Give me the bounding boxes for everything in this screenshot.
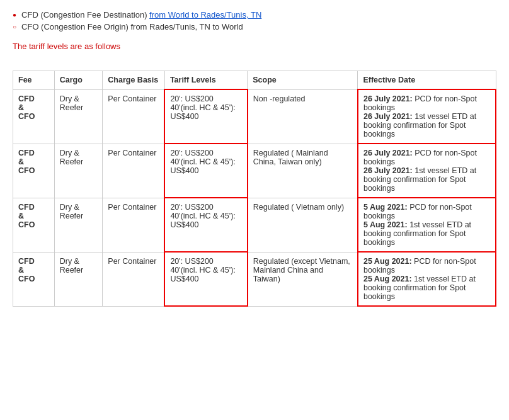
cell-fee: CFD&CFO (13, 252, 55, 306)
th-effective-date: Effective Date (358, 71, 496, 90)
cell-cargo: Dry & Reefer (54, 144, 103, 198)
cfo-text: CFO (Congestion Fee Origin) from Rades/T… (21, 22, 243, 31)
table-row: CFD&CFODry & ReeferPer Container20': US$… (13, 198, 496, 252)
table-header-row: Fee Cargo Charge Basis Tariff Levels Sco… (13, 71, 496, 90)
bullet-item-cfd: CFD (Congestion Fee Destination) from Wo… (13, 10, 496, 20)
cell-scope: Regulated ( Mainland China, Taiwan only) (248, 144, 358, 198)
cell-effective-date: 26 July 2021: PCD for non-Spot bookings2… (358, 144, 496, 198)
th-tariff-levels: Tariff Levels (164, 71, 247, 90)
cfd-link[interactable]: from World to Rades/Tunis, TN (149, 10, 261, 20)
table-row: CFD&CFODry & ReeferPer Container20': US$… (13, 144, 496, 198)
th-scope: Scope (248, 71, 358, 90)
cell-effective-date: 5 Aug 2021: PCD for non-Spot bookings5 A… (358, 198, 496, 252)
cell-tariff-levels: 20': US$20040'(incl. HC & 45'): US$400 (164, 252, 247, 306)
cell-scope: Regulated ( Vietnam only) (248, 198, 358, 252)
cell-fee: CFD&CFO (13, 198, 55, 252)
bullet-item-cfo: CFO (Congestion Fee Origin) from Rades/T… (13, 22, 496, 31)
cell-charge-basis: Per Container (103, 89, 165, 144)
cell-effective-date: 25 Aug 2021: PCD for non-Spot bookings25… (358, 252, 496, 306)
table-row: CFD&CFODry & ReeferPer Container20': US$… (13, 252, 496, 306)
cell-charge-basis: Per Container (103, 198, 165, 252)
cell-charge-basis: Per Container (103, 144, 165, 198)
cell-scope: Non -regulated (248, 89, 358, 144)
cell-charge-basis: Per Container (103, 252, 165, 306)
cell-fee: CFD&CFO (13, 89, 55, 144)
tariff-table: Fee Cargo Charge Basis Tariff Levels Sco… (13, 71, 496, 307)
th-charge-basis: Charge Basis (103, 71, 165, 90)
cell-tariff-levels: 20': US$20040'(incl. HC & 45'): US$400 (164, 144, 247, 198)
cell-tariff-levels: 20': US$20040'(incl. HC & 45'): US$400 (164, 198, 247, 252)
table-row: CFD&CFODry & ReeferPer Container20': US$… (13, 89, 496, 144)
cell-scope: Regulated (except Vietnam, Mainland Chin… (248, 252, 358, 306)
cell-cargo: Dry & Reefer (54, 252, 103, 306)
cell-effective-date: 26 July 2021: PCD for non-Spot bookings2… (358, 89, 496, 144)
cell-cargo: Dry & Reefer (54, 198, 103, 252)
cell-fee: CFD&CFO (13, 144, 55, 198)
th-cargo: Cargo (54, 71, 103, 90)
bullet-cfd-text: CFD (Congestion Fee Destination) from Wo… (21, 10, 261, 20)
th-fee: Fee (13, 71, 55, 90)
cell-tariff-levels: 20': US$20040'(incl. HC & 45'): US$400 (164, 89, 247, 144)
intro-paragraph: The tariff levels are as follows (13, 42, 496, 51)
bullet-list: CFD (Congestion Fee Destination) from Wo… (13, 10, 496, 31)
cfd-label: CFD (Congestion Fee Destination) (21, 10, 149, 20)
cell-cargo: Dry & Reefer (54, 89, 103, 144)
